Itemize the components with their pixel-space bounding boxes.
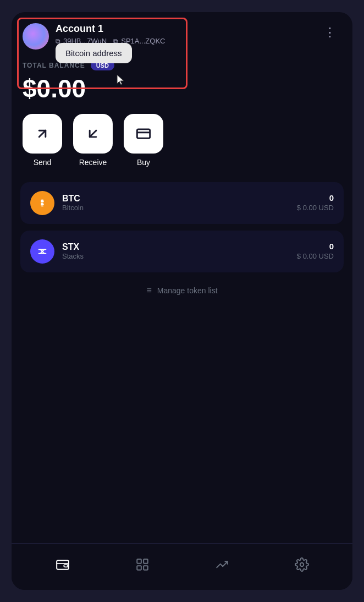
stx-balance: 0 $ 0.00 USD — [297, 242, 334, 261]
receive-button-container: Receive — [73, 114, 113, 167]
svg-rect-15 — [144, 559, 148, 563]
nav-chart[interactable] — [210, 552, 234, 577]
stx-details: STX Stacks — [62, 242, 289, 260]
send-icon — [35, 126, 50, 141]
svg-rect-2 — [137, 129, 150, 138]
settings-icon — [295, 557, 309, 572]
bottom-nav — [12, 543, 352, 590]
wallet-icon — [56, 557, 70, 572]
action-buttons: Send Receive Buy — [12, 114, 352, 182]
btc-usd: $ 0.00 USD — [297, 204, 334, 212]
account-info: Account 1 ⧉ 39HB...7WuN ⧉ SP1A...ZQKC Bi… — [56, 23, 165, 45]
balance-section: TOTAL BALANCE USD $0.00 — [12, 56, 352, 114]
buy-label: Buy — [137, 158, 150, 167]
stx-symbol-text: STX — [62, 242, 289, 252]
nav-wallet[interactable] — [51, 552, 75, 577]
btc-balance: 0 $ 0.00 USD — [297, 193, 334, 212]
svg-rect-14 — [137, 559, 141, 563]
nav-grid[interactable] — [130, 552, 155, 577]
stx-amount: 0 — [297, 242, 334, 251]
send-button[interactable] — [23, 114, 62, 154]
btc-amount: 0 — [297, 193, 334, 203]
manage-tokens-label: Manage token list — [157, 286, 218, 295]
btc-details: BTC Bitcoin — [62, 194, 289, 212]
chart-icon — [215, 557, 229, 572]
send-label: Send — [34, 158, 52, 167]
svg-rect-16 — [137, 566, 141, 570]
stx-usd: $ 0.00 USD — [297, 252, 334, 260]
stx-name-text: Stacks — [62, 252, 289, 260]
receive-icon — [85, 126, 101, 141]
header-left: Account 1 ⧉ 39HB...7WuN ⧉ SP1A...ZQKC Bi… — [23, 23, 165, 50]
stx-token-item[interactable]: STX Stacks 0 $ 0.00 USD — [20, 231, 344, 272]
grid-icon — [135, 557, 150, 572]
stx-symbol — [36, 245, 48, 258]
avatar — [23, 23, 49, 50]
svg-point-18 — [300, 563, 304, 567]
manage-tokens-button[interactable]: ≡ Manage token list — [12, 272, 352, 309]
svg-rect-17 — [144, 566, 148, 570]
buy-button-container: Buy — [124, 114, 163, 167]
btc-token-item[interactable]: BTC Bitcoin 0 $ 0.00 USD — [20, 182, 344, 224]
nav-settings[interactable] — [290, 552, 314, 577]
btc-symbol — [36, 197, 48, 209]
svg-line-0 — [39, 130, 46, 137]
stx-icon — [30, 239, 54, 264]
btc-name-text: Bitcoin — [62, 204, 289, 212]
header: Account 1 ⧉ 39HB...7WuN ⧉ SP1A...ZQKC Bi… — [12, 12, 352, 56]
bitcoin-address-tooltip: Bitcoin address — [56, 43, 132, 63]
buy-button[interactable] — [124, 114, 163, 154]
receive-button[interactable] — [73, 114, 113, 154]
balance-amount: $0.00 — [23, 75, 341, 103]
phone-container: Account 1 ⧉ 39HB...7WuN ⧉ SP1A...ZQKC Bi… — [12, 12, 352, 590]
more-menu-button[interactable]: ⋮ — [319, 23, 341, 42]
token-list: BTC Bitcoin 0 $ 0.00 USD STX Stacks — [12, 182, 352, 272]
svg-line-1 — [90, 130, 96, 137]
btc-icon — [30, 191, 54, 215]
send-button-container: Send — [23, 114, 62, 167]
receive-label: Receive — [79, 158, 107, 167]
account-name: Account 1 — [56, 23, 165, 35]
buy-icon — [136, 126, 151, 141]
list-icon: ≡ — [146, 286, 151, 295]
btc-symbol-text: BTC — [62, 194, 289, 204]
